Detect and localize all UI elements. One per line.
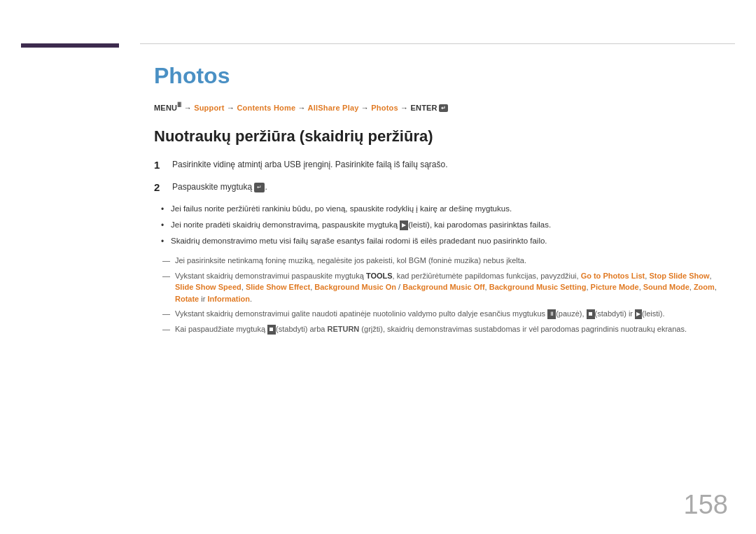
note-3-dash: ― bbox=[162, 308, 174, 320]
menu-label: MENUⅢ bbox=[154, 104, 181, 112]
step-1-number: 1 bbox=[154, 159, 172, 171]
note-3-text: Vykstant skaidrių demonstravimui galite … bbox=[175, 308, 728, 320]
note-1: ― Jei pasirinksite netinkamą foninę muzi… bbox=[162, 255, 728, 267]
note-1-text: Jei pasirinksite netinkamą foninę muziką… bbox=[175, 255, 728, 267]
note-2: ― Vykstant skaidrių demonstravimui paspa… bbox=[162, 270, 728, 305]
step-2-number: 2 bbox=[154, 181, 172, 193]
top-divider bbox=[140, 43, 735, 44]
step-1: 1 Pasirinkite vidinę atmintį arba USB įr… bbox=[154, 158, 728, 171]
note-4-text: Kai paspaudžiate mygtuką ⏹(stabdyti) arb… bbox=[175, 323, 728, 335]
bullet-item-1: • Jei failus norite peržiūrėti rankiniu … bbox=[154, 203, 728, 216]
note-1-dash: ― bbox=[162, 255, 174, 267]
page-title: Photos bbox=[154, 63, 728, 89]
page-number: 158 bbox=[684, 490, 728, 520]
sidebar bbox=[0, 0, 140, 534]
step-2-text: Paspauskite mygtuką ↵. bbox=[172, 181, 728, 193]
bullet-dot-2: • bbox=[161, 219, 171, 232]
step-2: 2 Paspauskite mygtuką ↵. bbox=[154, 181, 728, 193]
bullet-text-1: Jei failus norite peržiūrėti rankiniu bū… bbox=[171, 203, 728, 215]
sidebar-accent-bar bbox=[21, 43, 119, 48]
bullet-text-2: Jei norite pradėti skaidrių demonstravim… bbox=[171, 219, 728, 231]
note-2-text: Vykstant skaidrių demonstravimui paspaus… bbox=[175, 270, 728, 305]
bullet-dot-3: • bbox=[161, 235, 171, 248]
bullet-dot-1: • bbox=[161, 203, 171, 216]
menu-path: MENUⅢ → Support → Contents Home → AllSha… bbox=[154, 101, 728, 112]
step-1-text: Pasirinkite vidinę atmintį arba USB įren… bbox=[172, 158, 728, 171]
bullet-item-3: • Skaidrių demonstravimo metu visi failų… bbox=[154, 235, 728, 248]
bullet-list: • Jei failus norite peržiūrėti rankiniu … bbox=[154, 203, 728, 248]
note-4-dash: ― bbox=[162, 323, 174, 335]
note-4: ― Kai paspaudžiate mygtuką ⏹(stabdyti) a… bbox=[162, 323, 728, 335]
section-title: Nuotraukų peržiūra (skaidrių peržiūra) bbox=[154, 127, 728, 146]
note-2-dash: ― bbox=[162, 270, 174, 282]
note-3: ― Vykstant skaidrių demonstravimui galit… bbox=[162, 308, 728, 320]
bullet-item-2: • Jei norite pradėti skaidrių demonstrav… bbox=[154, 219, 728, 232]
menu-path-support: → Support → Contents Home → AllShare Pla… bbox=[181, 104, 448, 112]
bullet-text-3: Skaidrių demonstravimo metu visi failų s… bbox=[171, 235, 728, 247]
main-content: Photos MENUⅢ → Support → Contents Home →… bbox=[154, 56, 728, 506]
notes-block: ― Jei pasirinksite netinkamą foninę muzi… bbox=[154, 255, 728, 335]
